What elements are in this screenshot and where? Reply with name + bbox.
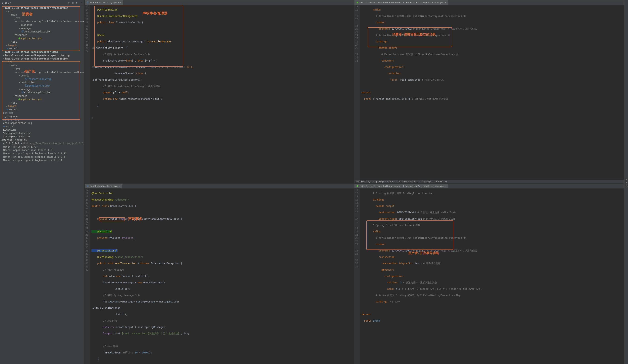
tree-item[interactable]: ▸test	[0, 40, 84, 43]
tree-item[interactable]: aoteman.log	[0, 118, 84, 121]
tree-item[interactable]: ▾src	[0, 9, 84, 13]
code[interactable]: @Configuration @EnableTransactionManagem…	[90, 5, 195, 183]
tree-item[interactable]: ▾cn.iocoder.springcloud.labx11.kafkademo…	[0, 71, 84, 74]
tree-item[interactable]: ▸listener	[0, 23, 84, 26]
project-header: oject ▾ ⊕ ⇲ ⚙ —	[0, 0, 84, 6]
tree-item[interactable]: Ⓒ ProducerApplication	[0, 91, 84, 94]
minimize-icon[interactable]: —	[79, 1, 83, 5]
tree-item[interactable]: ⬢ application.yml	[0, 37, 84, 40]
code[interactable]: # Binding 配置项，对应 BindingProperties Map b…	[360, 189, 484, 364]
tree-item[interactable]: ▾config	[0, 74, 84, 77]
tree-item[interactable]: ▾controller	[0, 81, 84, 84]
tree-item[interactable]: README.md	[0, 128, 84, 131]
tree-item[interactable]: ▾java	[0, 16, 84, 20]
tree-item[interactable]: ▾java	[0, 67, 84, 71]
tree-item[interactable]: ▾main	[0, 13, 84, 16]
close-icon[interactable]: ×	[120, 1, 121, 3]
tree-item[interactable]: ▾labx-11-sc-stream-kafka-producer-transa…	[0, 57, 84, 60]
tree-item[interactable]: SpringBoot-Labs.iws	[0, 135, 84, 138]
tree-item[interactable]: pom.xml	[0, 111, 84, 115]
tree-item[interactable]: Maven: ch.qos.logback:logback-core:1.1.1…	[0, 158, 84, 162]
locate-icon[interactable]: ⊕	[67, 1, 71, 5]
tree-item[interactable]: Ⓒ Demo01Controller	[0, 84, 84, 87]
right-toolbar: Database Bean Validation Maven	[624, 0, 628, 364]
tree-item[interactable]: Maven: aopalliance:aopalliance:1.0	[0, 148, 84, 152]
tree-item[interactable]: ▾src	[0, 60, 84, 64]
tree-item[interactable]: .gitignore	[0, 115, 84, 118]
tab-consumer-yml[interactable]: ⬢ labx-11-sc-stream-kafka-consumer-trans…	[354, 0, 448, 5]
tree-item[interactable]: Maven: ch.qos.logback:logback-classic:1.…	[0, 155, 84, 158]
editor-producer-yml: ⬢ labx-11-sc-stream-kafka-producer-trans…	[354, 184, 624, 364]
code[interactable]: @RestController @RequestMapping("/demo01…	[90, 189, 191, 364]
tree-item[interactable]: ▾resources	[0, 94, 84, 98]
gear-icon[interactable]: ⚙	[75, 1, 79, 5]
database-tool[interactable]: Database	[626, 178, 628, 188]
tab-demo-controller[interactable]: Ⓒ Demo01Controller.java ×	[85, 184, 122, 188]
tree-item[interactable]: ▸labx-11-sc-stream-kafka-producer-partit…	[0, 54, 84, 57]
tree-item[interactable]: ▸target	[0, 43, 84, 47]
tab-producer-yml[interactable]: ⬢ labx-11-sc-stream-kafka-producer-trans…	[354, 184, 448, 188]
tree-item[interactable]: Maven: antlr:antlr:2.7.7	[0, 145, 84, 148]
editor-demo-controller: Ⓒ Demo01Controller.java × 17181920212223…	[84, 184, 354, 364]
tree-item[interactable]: ▾main	[0, 64, 84, 67]
tree-item[interactable]: m pom.xml	[0, 108, 84, 111]
tree-item[interactable]: SpringBoot-Labs.ipr	[0, 131, 84, 135]
tree-item[interactable]: m pom.xml	[0, 47, 84, 50]
tree-item[interactable]: ▸message	[0, 87, 84, 91]
tree-item[interactable]: < 1.8.0_144 >/Library/Java/JavaVirtualMa…	[0, 142, 84, 145]
tree-item[interactable]: ▾resources	[0, 33, 84, 37]
tree-item[interactable]: Ⓒ TransactionConfig	[0, 77, 84, 81]
tree-item[interactable]: ▸labx-11-sc-stream-kafka-producer-demo	[0, 50, 84, 54]
tree-item[interactable]: ▾labx-11-sc-stream-kafka-consumer-transa…	[0, 6, 84, 9]
tab-transaction-config[interactable]: Ⓒ TransactionConfig.java ×	[85, 0, 123, 5]
editor-consumer-yml: ⬢ labx-11-sc-stream-kafka-consumer-trans…	[354, 0, 624, 184]
tree-item[interactable]: External Libraries	[0, 138, 84, 142]
tree-item[interactable]: m pom.xml	[0, 125, 84, 128]
tree-item[interactable]: Ⓒ ConsumerApplication	[0, 30, 84, 33]
project-tree[interactable]: 消费者 生产者 ▾labx-11-sc-stream-kafka-consume…	[0, 6, 84, 364]
close-icon[interactable]: ×	[445, 185, 446, 187]
expand-icon[interactable]: ⇲	[71, 1, 75, 5]
breadcrumb[interactable]: Document 1/1› spring:› cloud:› stream:› …	[354, 180, 624, 183]
editor-transaction-config: Ⓒ TransactionConfig.java × 1314151617181…	[84, 0, 354, 184]
close-icon[interactable]: ×	[119, 185, 120, 187]
tree-item[interactable]: ▸test	[0, 101, 84, 104]
tree-item[interactable]: demo-application.log	[0, 121, 84, 125]
close-icon[interactable]: ×	[445, 1, 446, 3]
project-title: oject	[1, 1, 9, 4]
tree-item[interactable]: ▸target	[0, 104, 84, 108]
tree-item[interactable]: ⬢ application.yml	[0, 98, 84, 101]
code[interactable]: kafka: # Kafka Binder 配置项，对应 KafkaBinder…	[360, 5, 478, 180]
chevron-down-icon[interactable]: ▾	[9, 1, 11, 4]
tree-item[interactable]: ▾cn.iocoder.springcloud.labx11.kafkademo…	[0, 20, 84, 23]
tree-item[interactable]: ▸message	[0, 26, 84, 30]
tree-item[interactable]: Maven: ch.qos.logback:logback-classic:1.…	[0, 152, 84, 155]
